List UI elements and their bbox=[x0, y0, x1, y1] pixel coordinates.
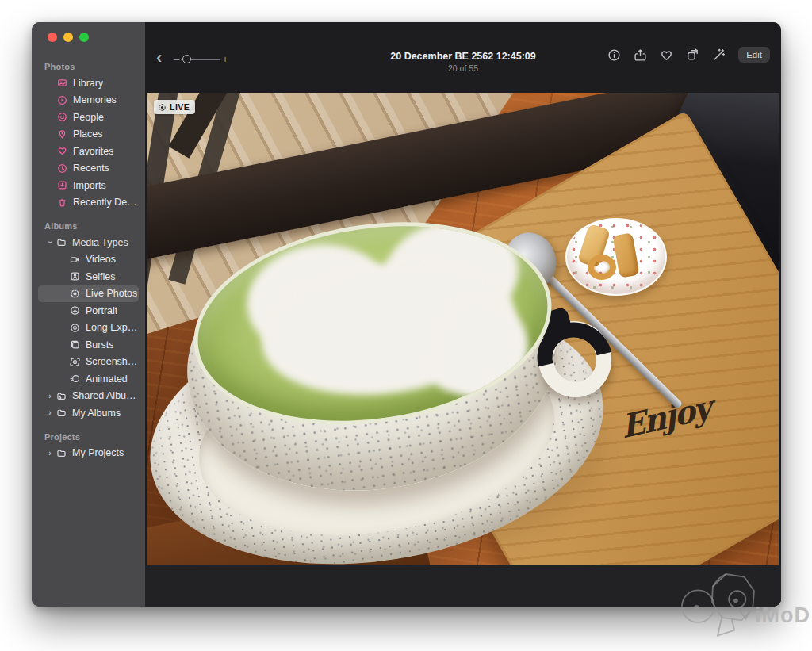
photos-app-window: Photos Library Memories People Places bbox=[32, 22, 781, 607]
trash-icon bbox=[57, 197, 67, 208]
sidebar-item-people[interactable]: People bbox=[38, 109, 139, 126]
portrait-icon bbox=[70, 305, 80, 316]
sidebar-header-photos: Photos bbox=[32, 57, 145, 75]
sidebar-item-imports[interactable]: Imports bbox=[38, 177, 139, 194]
sidebar-item-label: Portrait bbox=[86, 305, 117, 316]
chevron-right-icon[interactable]: › bbox=[46, 391, 54, 400]
auto-enhance-icon[interactable] bbox=[712, 48, 726, 62]
sidebar-item-media-types[interactable]: › Media Types bbox=[38, 234, 139, 251]
share-icon[interactable] bbox=[634, 48, 647, 62]
sidebar-item-animated[interactable]: Animated bbox=[38, 370, 139, 388]
animated-icon bbox=[70, 373, 80, 384]
chevron-right-icon[interactable]: › bbox=[46, 448, 54, 457]
live-photos-icon bbox=[70, 289, 80, 299]
sidebar-item-recents[interactable]: Recents bbox=[38, 160, 139, 178]
screenshots-icon bbox=[70, 357, 80, 367]
chevron-down-icon[interactable]: › bbox=[46, 239, 55, 247]
sidebar-header-albums: Albums bbox=[32, 216, 145, 234]
sidebar-item-videos[interactable]: Videos bbox=[38, 251, 139, 269]
sidebar-item-library[interactable]: Library bbox=[38, 75, 139, 92]
bursts-icon bbox=[70, 339, 80, 350]
sidebar-item-label: Library bbox=[73, 78, 103, 89]
sidebar-item-label: Shared Albums bbox=[72, 390, 139, 401]
sidebar-item-shared-albums[interactable]: › Shared Albums bbox=[38, 388, 139, 405]
close-button[interactable] bbox=[48, 33, 57, 42]
sidebar-item-label: Memories bbox=[73, 94, 117, 105]
watermark-label: iMoD bbox=[755, 603, 810, 628]
live-badge-label: LIVE bbox=[170, 102, 190, 112]
folder-icon bbox=[56, 237, 67, 247]
sidebar-item-label: Bursts bbox=[86, 339, 113, 350]
places-icon bbox=[57, 129, 67, 140]
imports-icon bbox=[57, 180, 67, 190]
chevron-right-icon[interactable]: › bbox=[46, 408, 54, 417]
videos-icon bbox=[70, 255, 80, 265]
sidebar-item-favorites[interactable]: Favorites bbox=[38, 143, 139, 160]
toolbar: ‹ – + 20 December BE 2562 12:45:09 20 of… bbox=[145, 22, 781, 93]
sidebar-item-label: My Projects bbox=[72, 447, 124, 458]
sidebar-item-label: Recently Deleted bbox=[73, 197, 139, 208]
sidebar-item-label: Long Exposure bbox=[86, 322, 139, 333]
folder-icon bbox=[56, 408, 67, 418]
favorites-heart-icon bbox=[57, 146, 67, 156]
sidebar-item-my-projects[interactable]: › My Projects bbox=[38, 445, 139, 462]
shared-folder-icon bbox=[56, 391, 67, 401]
sidebar-scroll: Photos Library Memories People Places bbox=[32, 54, 145, 607]
sidebar-item-memories[interactable]: Memories bbox=[38, 92, 139, 109]
sidebar-item-bursts[interactable]: Bursts bbox=[38, 336, 139, 354]
zoom-button[interactable] bbox=[79, 33, 89, 42]
rotate-icon[interactable] bbox=[686, 48, 699, 62]
sidebar-item-portrait[interactable]: Portrait bbox=[38, 302, 139, 320]
live-photo-icon bbox=[158, 103, 167, 112]
sidebar-item-live-photos[interactable]: Live Photos bbox=[38, 285, 139, 303]
sidebar-item-label: Videos bbox=[86, 254, 116, 265]
curled-cookie bbox=[588, 255, 616, 280]
owl-logo-icon bbox=[676, 563, 760, 645]
sidebar-item-screenshots[interactable]: Screenshots bbox=[38, 354, 139, 371]
main-content: ‹ – + 20 December BE 2562 12:45:09 20 of… bbox=[145, 22, 781, 607]
sidebar-item-label: My Albums bbox=[72, 408, 121, 419]
sidebar-item-label: People bbox=[73, 112, 104, 123]
minimize-button[interactable] bbox=[63, 33, 73, 42]
long-exposure-icon bbox=[70, 323, 80, 333]
people-icon bbox=[57, 112, 67, 122]
memories-icon bbox=[57, 95, 67, 105]
favorite-heart-icon[interactable] bbox=[660, 48, 673, 62]
sidebar-item-recently-deleted[interactable]: Recently Deleted bbox=[38, 194, 139, 212]
edit-button[interactable]: Edit bbox=[738, 47, 770, 63]
sidebar-item-label: Imports bbox=[73, 180, 106, 191]
library-icon bbox=[57, 78, 67, 88]
sidebar-item-places[interactable]: Places bbox=[38, 126, 139, 144]
sidebar-item-label: Favorites bbox=[73, 146, 113, 157]
photo-canvas[interactable]: Enjoy bbox=[147, 93, 779, 565]
live-photo-badge[interactable]: LIVE bbox=[154, 100, 195, 114]
toolbar-actions: Edit bbox=[607, 47, 770, 63]
sidebar-item-label: Animated bbox=[86, 373, 128, 385]
photo-counter: 20 of 55 bbox=[145, 63, 781, 73]
watermark: iMoD bbox=[676, 561, 810, 647]
sidebar: Photos Library Memories People Places bbox=[32, 22, 145, 607]
window-controls bbox=[48, 33, 89, 42]
sidebar-item-label: Screenshots bbox=[86, 356, 139, 367]
sidebar-item-label: Live Photos bbox=[86, 288, 137, 299]
sidebar-item-my-albums[interactable]: › My Albums bbox=[38, 404, 139, 422]
sidebar-header-projects: Projects bbox=[32, 427, 145, 445]
sidebar-item-label: Selfies bbox=[86, 271, 116, 282]
sidebar-item-selfies[interactable]: Selfies bbox=[38, 268, 139, 285]
sidebar-item-label: Recents bbox=[73, 163, 109, 174]
folder-icon bbox=[56, 448, 67, 458]
selfies-icon bbox=[70, 271, 80, 281]
info-icon[interactable] bbox=[607, 48, 621, 62]
recents-clock-icon bbox=[57, 163, 67, 174]
page: Photos Library Memories People Places bbox=[0, 0, 812, 651]
sidebar-item-label: Media Types bbox=[72, 237, 128, 248]
sidebar-item-long-exposure[interactable]: Long Exposure bbox=[38, 320, 139, 337]
sidebar-item-label: Places bbox=[73, 128, 103, 140]
